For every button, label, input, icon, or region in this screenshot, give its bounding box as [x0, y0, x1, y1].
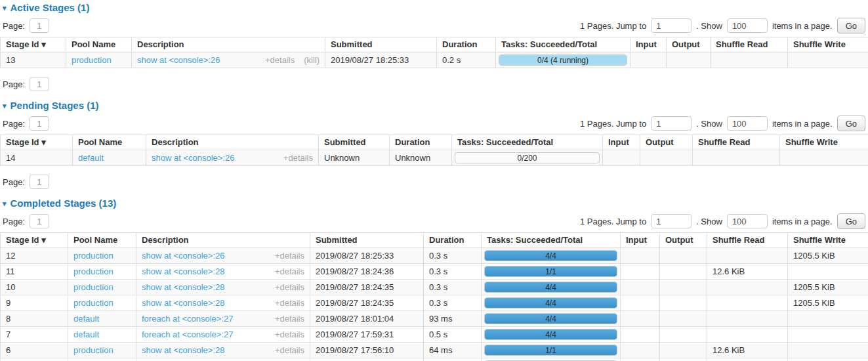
show-items-input[interactable] [727, 18, 768, 33]
column-header-stage-id[interactable]: Stage Id ▾ [1, 233, 68, 248]
jump-to-input[interactable] [651, 214, 692, 228]
column-header-shuffle-write[interactable]: Shuffle Write [788, 37, 868, 53]
description-link[interactable]: foreach at <console>:27 [142, 329, 234, 340]
details-toggle[interactable]: +details [275, 266, 304, 277]
page-number-input[interactable] [30, 116, 49, 131]
column-header-duration[interactable]: Duration [424, 233, 482, 248]
tasks-progress-cell: 4/4 [482, 295, 621, 311]
column-header-pool-name[interactable]: Pool Name [73, 135, 146, 150]
column-header-output[interactable]: Output [660, 233, 707, 248]
pending-stages-header[interactable]: ▾ Pending Stages (1) [3, 100, 868, 112]
details-toggle[interactable]: +details [275, 282, 304, 293]
column-header-submitted[interactable]: Submitted [325, 37, 437, 53]
go-button[interactable]: Go [837, 18, 865, 33]
description-link[interactable]: show at <console>:28 [142, 266, 224, 277]
pool-name-link[interactable]: default [73, 314, 99, 324]
description-link[interactable]: show at <console>:28 [142, 282, 224, 293]
column-header-duration[interactable]: Duration [390, 135, 452, 150]
shuffle-read-cell: 12.6 KiB [707, 343, 788, 358]
column-header-tasks-succeeded-total[interactable]: Tasks: Succeeded/Total [496, 37, 630, 53]
output-cell [660, 358, 707, 361]
column-header-input[interactable]: Input [630, 37, 667, 53]
column-header-duration[interactable]: Duration [437, 37, 496, 53]
description-link[interactable]: foreach at <console>:27 [142, 314, 234, 324]
description-cell: foreach at <console>:27+details [136, 311, 310, 327]
column-header-shuffle-write[interactable]: Shuffle Write [788, 233, 868, 248]
column-header-description[interactable]: Description [136, 233, 310, 248]
column-header-shuffle-write[interactable]: Shuffle Write [780, 135, 868, 150]
details-toggle[interactable]: +details [283, 153, 313, 163]
column-header-input[interactable]: Input [621, 233, 660, 248]
jump-to-input[interactable] [651, 18, 692, 33]
description-cell: show at <console>:28+details [136, 280, 310, 295]
progress-label: 1/1 [485, 266, 617, 277]
tasks-progress-bar: 1/1 [484, 345, 617, 356]
pool-name-link[interactable]: default [73, 329, 99, 339]
pool-name-link[interactable]: default [78, 153, 104, 163]
column-header-submitted[interactable]: Submitted [310, 233, 424, 248]
duration-cell: 0.3 s [424, 248, 482, 264]
column-header-shuffle-read[interactable]: Shuffle Read [711, 37, 788, 53]
pool-name-link[interactable]: production [73, 251, 114, 261]
description-link[interactable]: show at <console>:26 [152, 153, 234, 163]
pool-name-cell: production [68, 264, 136, 280]
input-cell [630, 53, 667, 68]
stage-row-8: 8defaultforeach at <console>:27+details2… [1, 311, 868, 327]
details-toggle[interactable]: +details [275, 345, 304, 356]
pool-name-cell: production [68, 295, 136, 311]
sort-desc-icon: ▾ [39, 39, 46, 49]
description-link[interactable]: show at <console>:28 [142, 298, 224, 308]
pool-name-link[interactable]: production [73, 282, 114, 292]
pool-name-link[interactable]: production [73, 345, 114, 355]
column-header-description[interactable]: Description [146, 135, 319, 150]
details-toggle[interactable]: +details [275, 314, 304, 324]
page-number-input[interactable] [30, 18, 49, 33]
column-header-stage-id[interactable]: Stage Id ▾ [1, 135, 73, 150]
stage-id-cell: 12 [1, 248, 68, 264]
stage-id-cell: 7 [1, 327, 68, 343]
description-link[interactable]: show at <console>:26 [142, 251, 224, 261]
column-header-stage-id[interactable]: Stage Id ▾ [1, 37, 66, 53]
description-link[interactable]: show at <console>:28 [142, 345, 224, 356]
kill-link[interactable]: (kill) [304, 55, 320, 66]
description-actions: +details [275, 266, 304, 277]
column-header-pool-name[interactable]: Pool Name [66, 37, 132, 53]
column-header-tasks-succeeded-total[interactable]: Tasks: Succeeded/Total [452, 135, 603, 150]
page-control: Page: [3, 214, 49, 228]
column-header-submitted[interactable]: Submitted [319, 135, 390, 150]
column-header-output[interactable]: Output [667, 37, 711, 53]
active-stages-header[interactable]: ▾ Active Stages (1) [3, 2, 868, 14]
pending-top-pagination: Page: 1 Pages. Jump to . Show items in a… [3, 116, 865, 131]
pool-name-link[interactable]: production [73, 298, 114, 308]
page-number-input[interactable] [30, 77, 49, 91]
pool-name-link[interactable]: production [73, 266, 114, 276]
description-actions: +details(kill) [265, 55, 320, 66]
column-header-tasks-succeeded-total[interactable]: Tasks: Succeeded/Total [482, 233, 621, 248]
column-header-shuffle-read[interactable]: Shuffle Read [707, 233, 788, 248]
page-number-input[interactable] [30, 214, 49, 228]
input-cell [621, 295, 660, 311]
show-items-input[interactable] [727, 116, 768, 131]
output-cell [660, 264, 707, 280]
go-button[interactable]: Go [837, 213, 865, 229]
details-toggle[interactable]: +details [265, 55, 295, 66]
page-number-input[interactable] [30, 175, 49, 189]
column-header-input[interactable]: Input [603, 135, 640, 150]
show-items-input[interactable] [727, 214, 768, 228]
column-header-pool-name[interactable]: Pool Name [68, 233, 136, 248]
description-cell: show at <console>:28+details [136, 264, 310, 280]
description-link[interactable]: show at <console>:26 [137, 55, 220, 66]
tasks-progress-cell: 4/4 [482, 248, 621, 264]
column-header-shuffle-read[interactable]: Shuffle Read [693, 135, 780, 150]
details-toggle[interactable]: +details [275, 329, 304, 340]
column-header-description[interactable]: Description [132, 37, 325, 53]
details-toggle[interactable]: +details [275, 251, 304, 261]
go-button[interactable]: Go [837, 116, 865, 131]
jump-to-input[interactable] [651, 116, 692, 131]
details-toggle[interactable]: +details [275, 298, 304, 308]
pool-name-link[interactable]: production [72, 55, 112, 65]
column-header-output[interactable]: Output [640, 135, 693, 150]
description-wrap: show at <console>:28+details [142, 266, 304, 277]
completed-stages-header[interactable]: ▾ Completed Stages (13) [3, 198, 868, 209]
page-control: Page: [3, 18, 49, 33]
